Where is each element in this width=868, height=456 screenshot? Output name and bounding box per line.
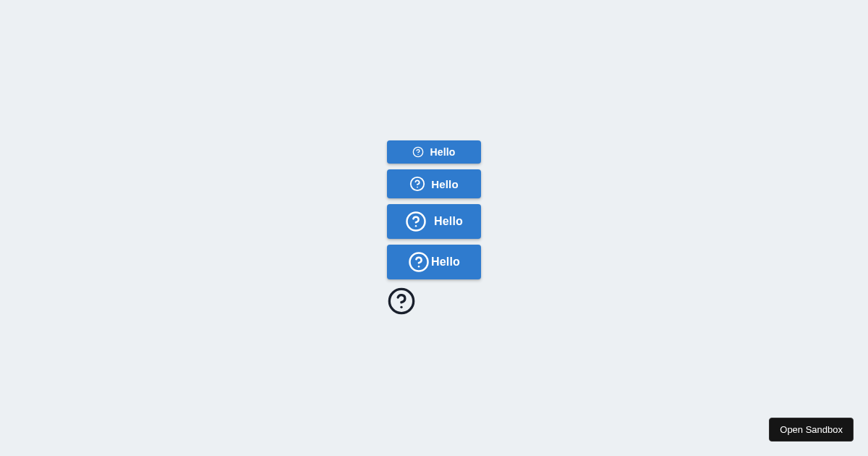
help-circle-icon — [387, 287, 416, 316]
open-sandbox-label: Open Sandbox — [780, 424, 843, 435]
help-circle-icon — [409, 176, 425, 192]
hello-button-large-tight[interactable]: Hello — [387, 245, 481, 279]
help-circle-icon — [408, 251, 430, 273]
help-circle-icon — [405, 211, 427, 232]
hello-button-small[interactable]: Hello — [387, 140, 481, 164]
hello-button-medium[interactable]: Hello — [387, 169, 481, 198]
button-stack: Hello Hello Hello — [387, 140, 481, 316]
button-label: Hello — [434, 215, 463, 228]
help-circle-icon — [412, 146, 424, 158]
button-label: Hello — [431, 178, 459, 190]
hello-button-large[interactable]: Hello — [387, 204, 481, 239]
open-sandbox-button[interactable]: Open Sandbox — [769, 418, 854, 442]
button-label: Hello — [431, 256, 460, 269]
button-label: Hello — [430, 146, 455, 158]
